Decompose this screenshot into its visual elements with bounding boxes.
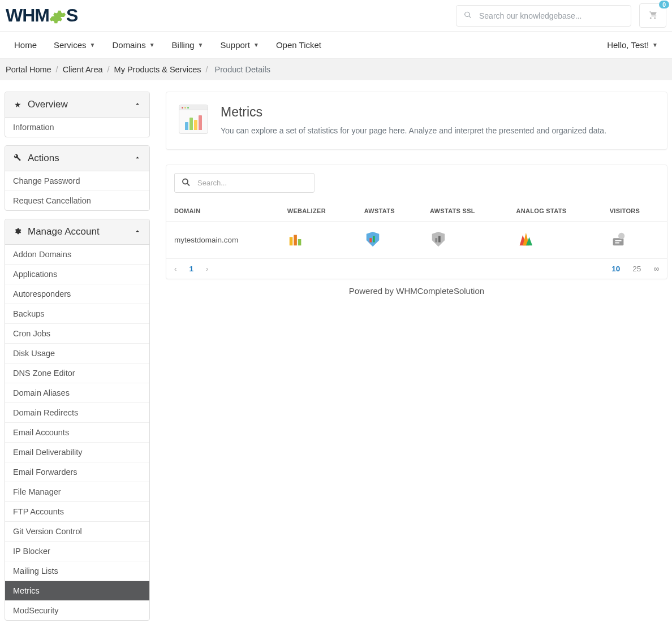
sidebar-item-disk-usage[interactable]: Disk Usage <box>5 343 149 363</box>
awstats-icon[interactable] <box>364 231 381 248</box>
visitors-icon[interactable] <box>610 231 627 248</box>
nav-item-home[interactable]: Home <box>6 32 45 58</box>
sidebar-item-request-cancellation[interactable]: Request Cancellation <box>5 191 149 210</box>
pagination-prev[interactable]: ‹ <box>174 265 177 273</box>
sidebar-item-change-password[interactable]: Change Password <box>5 171 149 191</box>
nav-item-support[interactable]: Support▼ <box>212 32 267 58</box>
kb-search <box>456 5 631 27</box>
sidebar-item-email-forwarders[interactable]: Email Forwarders <box>5 462 149 482</box>
chevron-up-icon <box>133 100 141 110</box>
nav-item-open-ticket[interactable]: Open Ticket <box>268 32 330 58</box>
panel-actions: Actions Change PasswordRequest Cancellat… <box>5 145 150 211</box>
greeting-text: Hello, Test! <box>607 40 649 50</box>
footer: Powered by WHMCompleteSolution <box>166 279 667 309</box>
panel-actions-header[interactable]: Actions <box>5 146 149 171</box>
pagination: ‹ 1 › 1025∞ <box>166 259 667 279</box>
chevron-up-icon <box>133 154 141 163</box>
svg-rect-12 <box>613 239 623 246</box>
svg-point-0 <box>183 179 188 184</box>
caret-down-icon: ▼ <box>253 42 259 48</box>
cart-count-badge: 0 <box>659 1 669 8</box>
pagination-page-1[interactable]: 1 <box>189 265 194 273</box>
caret-down-icon: ▼ <box>652 42 658 48</box>
cart-button[interactable]: 0 <box>639 3 666 28</box>
breadcrumb: Portal Home/Client Area/My Products & Se… <box>0 59 672 80</box>
table-header[interactable]: AWSTATS SSL <box>422 201 509 222</box>
page-size-25[interactable]: 25 <box>632 265 641 273</box>
svg-rect-14 <box>615 240 621 241</box>
page-size-∞[interactable]: ∞ <box>653 265 659 273</box>
nav-item-billing[interactable]: Billing▼ <box>163 32 212 58</box>
page-title: Metrics <box>221 105 606 120</box>
analog-stats-icon[interactable] <box>516 231 533 248</box>
sidebar-item-email-accounts[interactable]: Email Accounts <box>5 422 149 442</box>
sidebar-item-git-version-control[interactable]: Git Version Control <box>5 521 149 541</box>
nav-item-services[interactable]: Services▼ <box>45 32 104 58</box>
page-size-10[interactable]: 10 <box>611 265 620 273</box>
table-header[interactable]: WEBALIZER <box>279 201 356 222</box>
user-menu[interactable]: Hello, Test! ▼ <box>598 32 666 58</box>
logo[interactable]: WHM S <box>6 5 77 26</box>
page-description: You can explore a set of statistics for … <box>221 124 606 137</box>
svg-rect-15 <box>615 243 619 244</box>
table-header[interactable]: DOMAIN <box>166 201 279 222</box>
breadcrumb-link[interactable]: Client Area <box>63 65 103 74</box>
panel-overview: ★ Overview Information <box>5 92 150 137</box>
svg-rect-3 <box>294 235 297 246</box>
panel-manage: Manage Account Addon DomainsApplications… <box>5 219 150 621</box>
sidebar-item-domain-aliases[interactable]: Domain Aliases <box>5 383 149 402</box>
panel-manage-title: Manage Account <box>28 226 100 237</box>
sidebar-item-information[interactable]: Information <box>5 118 149 137</box>
metrics-table: DOMAINWEBALIZERAWSTATSAWSTATS SSLANALOG … <box>166 201 667 259</box>
panel-overview-header[interactable]: ★ Overview <box>5 92 149 118</box>
breadcrumb-link[interactable]: Portal Home <box>6 65 51 74</box>
table-header[interactable]: VISITORS <box>602 201 667 222</box>
sidebar-item-cron-jobs[interactable]: Cron Jobs <box>5 323 149 343</box>
breadcrumb-link[interactable]: My Products & Services <box>114 65 201 74</box>
sidebar-item-domain-redirects[interactable]: Domain Redirects <box>5 402 149 422</box>
wrench-icon <box>13 154 22 163</box>
svg-rect-8 <box>438 236 441 243</box>
sidebar-item-ftp-accounts[interactable]: FTP Accounts <box>5 501 149 521</box>
sidebar-item-addon-domains[interactable]: Addon Domains <box>5 245 149 264</box>
caret-down-icon: ▼ <box>198 42 204 48</box>
awstats-ssl-icon[interactable] <box>430 231 447 248</box>
caret-down-icon: ▼ <box>90 42 96 48</box>
sidebar-item-modsecurity[interactable]: ModSecurity <box>5 600 149 620</box>
sidebar-item-file-manager[interactable]: File Manager <box>5 482 149 501</box>
svg-rect-7 <box>435 239 437 243</box>
chevron-up-icon <box>133 227 141 237</box>
kb-search-input[interactable] <box>456 5 631 27</box>
sidebar-item-ip-blocker[interactable]: IP Blocker <box>5 541 149 561</box>
footer-brand[interactable]: WHMCompleteSolution <box>396 286 484 296</box>
svg-rect-2 <box>290 237 293 246</box>
table-search-input[interactable] <box>174 173 315 193</box>
sidebar-item-mailing-lists[interactable]: Mailing Lists <box>5 561 149 581</box>
pagination-next[interactable]: › <box>206 265 209 273</box>
table-header[interactable]: ANALOG STATS <box>509 201 602 222</box>
cell-domain: mytestdomain.com <box>166 222 279 259</box>
gear-icon <box>49 8 66 25</box>
logo-text-b: S <box>66 5 77 26</box>
sidebar-item-email-deliverability[interactable]: Email Deliverability <box>5 442 149 462</box>
panel-manage-header[interactable]: Manage Account <box>5 219 149 245</box>
footer-text: Powered by <box>349 286 396 296</box>
metrics-table-card: DOMAINWEBALIZERAWSTATSAWSTATS SSLANALOG … <box>166 165 667 279</box>
panel-actions-title: Actions <box>28 153 59 164</box>
svg-rect-5 <box>369 239 372 243</box>
sidebar-item-backups[interactable]: Backups <box>5 304 149 323</box>
svg-rect-6 <box>373 236 375 243</box>
star-icon: ★ <box>13 100 22 109</box>
search-icon <box>464 11 472 20</box>
sidebar-item-dns-zone-editor[interactable]: DNS Zone Editor <box>5 363 149 383</box>
webalizer-icon[interactable] <box>287 231 304 248</box>
navbar: HomeServices▼Domains▼Billing▼Support▼Ope… <box>0 31 672 59</box>
sidebar-item-autoresponders[interactable]: Autoresponders <box>5 284 149 304</box>
panel-overview-title: Overview <box>28 99 68 110</box>
table-row: mytestdomain.com <box>166 222 667 259</box>
sidebar-item-metrics[interactable]: Metrics <box>5 581 149 600</box>
sidebar-item-applications[interactable]: Applications <box>5 264 149 284</box>
table-header[interactable]: AWSTATS <box>356 201 422 222</box>
metrics-illustration-icon <box>179 105 208 134</box>
nav-item-domains[interactable]: Domains▼ <box>104 32 163 58</box>
